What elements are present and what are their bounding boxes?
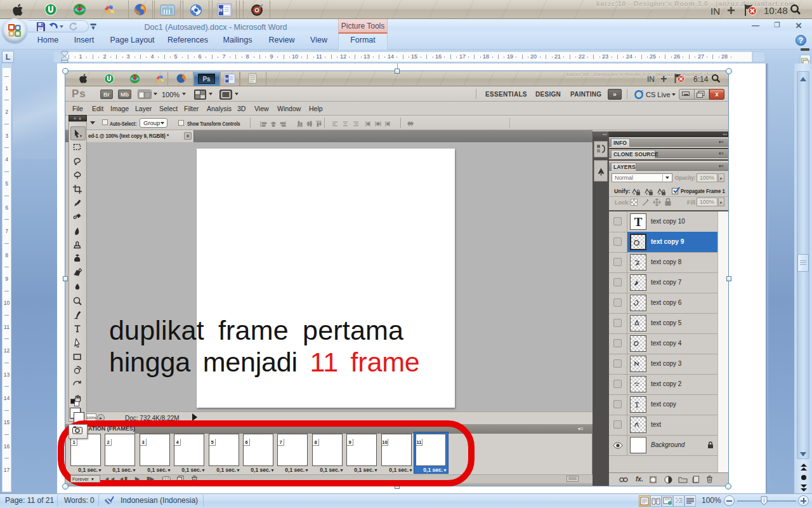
svg-text:W: W <box>218 7 223 13</box>
